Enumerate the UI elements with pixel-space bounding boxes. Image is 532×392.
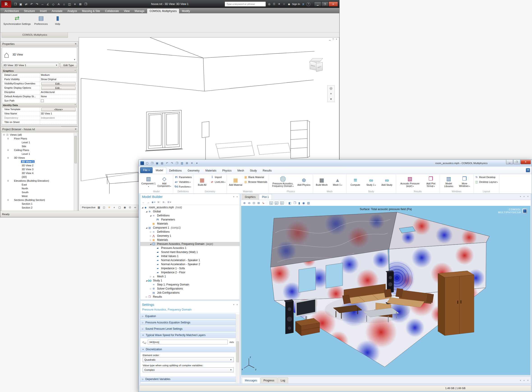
tree-item[interactable]: ▷ Materials [140,238,240,242]
tree-item[interactable]: Materials [140,222,240,226]
lock-icon[interactable] [298,201,300,205]
pan-icon[interactable] [330,92,332,96]
glasses-icon[interactable] [133,206,137,209]
ribbon-tab[interactable]: COMSOL Multiphysics [147,8,179,13]
section-equation[interactable]: ▷Equation [140,313,236,319]
delete-icon[interactable] [190,161,194,165]
close-button[interactable]: ✕ [520,160,531,164]
property-row[interactable]: Detail Level Medium [2,73,77,77]
tree-item[interactable]: ⊟ 3D Views [2,156,77,159]
section-discretization[interactable]: ▼Discretization [140,346,236,352]
view-plane-button[interactable]: xy [269,201,273,205]
tree-item[interactable]: 3D View 3 [2,167,77,171]
tree-item[interactable]: Job Configurations [140,291,240,295]
property-section-header[interactable]: Graphics⌃ [2,69,77,73]
tree-item[interactable]: ◢ Component 1(comp1) [140,226,240,230]
ribbon-button[interactable]: Preferences [32,13,49,32]
zoom-in-icon[interactable] [243,201,246,205]
pin-icon[interactable] [523,195,525,198]
tree-item[interactable]: Normal Acceleration - Speaker 2 [140,262,240,266]
ribbon-tab[interactable]: Results [260,168,275,174]
tree-item[interactable]: 3D View 4 [2,171,77,175]
chevron-down-icon[interactable] [233,303,234,306]
search-input[interactable]: Type a keyword or phrase [225,2,266,7]
copy-icon[interactable] [175,161,179,165]
mb-back-icon[interactable] [142,201,145,204]
undo-icon[interactable] [165,161,169,165]
ribbon-button[interactable]: Synchronization Settings [2,13,32,32]
tree-item[interactable]: ⊟ Elevations (Building Elevation) [2,179,77,182]
ribbon-tab[interactable]: Mesh [234,168,247,174]
value-type-select[interactable]: Complex▼ [143,367,234,372]
open-icon[interactable] [13,2,18,7]
property-row[interactable]: Title on Sheet [2,120,77,125]
minimize-button[interactable]: ▁ [506,160,513,164]
plot-area[interactable]: Surface: Total acoustic pressure field (… [241,206,530,375]
zoom-extents-icon[interactable] [257,201,260,205]
tree-item[interactable]: North [2,187,77,190]
zoom-out-icon[interactable] [248,201,250,205]
reveal-icon[interactable] [123,206,127,209]
tree-item[interactable]: Section 2 [2,205,77,210]
undo-icon[interactable] [29,2,34,7]
view-selector-combo[interactable]: 3D View: 3D View 1▼ [2,63,59,68]
tree-item[interactable]: Normal Acceleration - Speaker 1 [140,258,240,262]
transparency-icon[interactable] [289,201,291,205]
orientation-icon[interactable] [262,201,265,205]
satellite-icon[interactable] [277,2,281,6]
view-plane-button[interactable]: yz [275,201,278,205]
viewcube-left-face[interactable]: LEFT [316,62,323,72]
ribbon-button[interactable]: Help [49,13,66,32]
property-row[interactable]: Visibility/Graphics Overrides Edit... [2,82,77,86]
tree-item[interactable]: ⊟ Views (all) [2,133,77,136]
section-spl-settings[interactable]: ▷Sound Pressure Level Settings [140,326,236,332]
ribbon-button[interactable]: Add Study [379,177,394,187]
ribbon-button[interactable]: Browse Materials [244,180,267,184]
close-small-icon[interactable] [527,195,529,198]
minimize-button[interactable]: ▁ [314,2,321,7]
ribbon-button[interactable]: Add Material [228,177,243,187]
visual-style-icon[interactable] [102,206,106,209]
ribbon-button[interactable]: Mesh 1 [330,177,345,187]
close-icon[interactable]: ✕ [75,128,77,131]
view3d-icon[interactable] [62,2,67,7]
tree-item[interactable]: Pressure Acoustics 1 [140,246,240,250]
scrollbar[interactable] [74,133,77,211]
cref-input[interactable]: 343[m/s] [148,340,228,344]
print-icon[interactable] [307,201,310,205]
property-row[interactable]: View Template <None> [2,107,77,112]
scale-icon[interactable] [97,206,101,209]
nav-dd-icon[interactable] [330,97,332,101]
redo-icon[interactable] [35,2,39,7]
tree-item[interactable]: Site [2,144,77,148]
revit-app-button[interactable]: R [1,1,11,7]
pin-icon[interactable] [523,379,525,382]
help-button[interactable]: ? [526,168,530,172]
save-icon[interactable] [155,161,159,165]
type-selector[interactable]: ⌂ 3D View ▼ [2,47,77,62]
tree-item[interactable]: Section 1 [2,202,77,205]
tree-item[interactable]: Parameters [140,218,240,222]
ribbon-tab[interactable]: Materials [202,168,219,174]
ribbon-button[interactable]: Reset Desktop [475,175,498,179]
new-icon[interactable] [145,161,149,165]
text-icon[interactable] [56,2,61,7]
tree-item[interactable]: Sound Hard Boundary (Wall) 1 [140,250,240,254]
edit-type-button[interactable]: Edit Type [60,63,77,68]
sync-icon[interactable] [24,2,29,7]
close-small-icon[interactable] [527,379,529,382]
tree-item[interactable]: South [2,190,77,194]
ribbon-button[interactable]: Acoustic Pressure (acpr) [397,176,423,188]
ribbon-tab[interactable]: Model [153,167,166,174]
close-icon[interactable]: ✕ [75,42,77,45]
dimension-icon[interactable] [45,2,50,7]
tree-item[interactable]: Step 1: Frequency Domain [140,283,240,287]
saveas-icon[interactable] [160,161,164,165]
ribbon-tab[interactable]: Study [247,168,260,174]
ribbon-tab[interactable]: View [121,9,132,13]
ribbon-button[interactable]: LiveLink [210,180,225,184]
ribbon-tab[interactable]: Structure [21,9,37,13]
ribbon-button[interactable]: Build Mesh [314,177,329,187]
section-icon[interactable] [67,2,72,7]
close-button[interactable]: ✕ [328,2,338,7]
